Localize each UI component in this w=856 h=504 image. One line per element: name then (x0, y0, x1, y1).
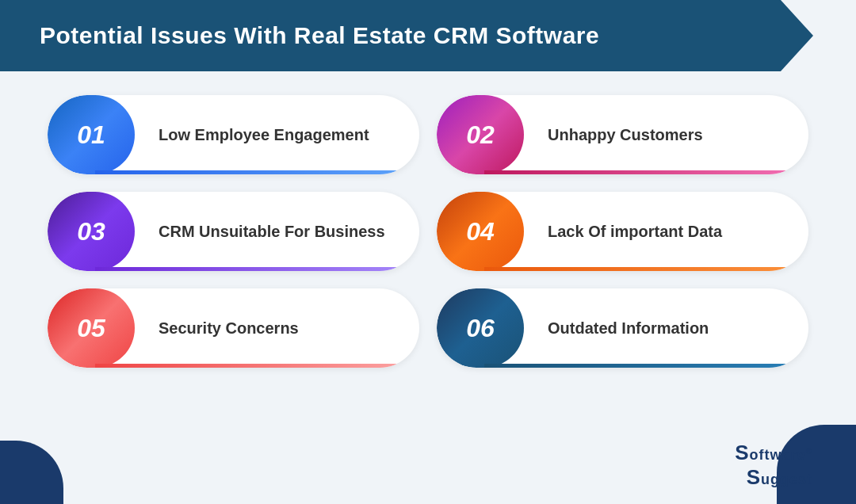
card-item-04: 04 Lack Of important Data (437, 192, 808, 271)
logo-line1: oftware (750, 447, 806, 463)
card-label-03: CRM Unsuitable For Business (135, 223, 419, 241)
logo-line2: uggest (761, 472, 812, 487)
card-number-box-04: 04 (437, 192, 524, 271)
card-item-01: 01 Low Employee Engagement (48, 95, 419, 174)
card-item-03: 03 CRM Unsuitable For Business (48, 192, 419, 271)
card-item-06: 06 Outdated Information (437, 288, 808, 368)
card-item-05: 05 Security Concerns (48, 288, 419, 368)
card-label-06: Outdated Information (524, 319, 808, 338)
logo-s2: S (747, 465, 761, 489)
card-number-04: 04 (466, 217, 495, 246)
page-title: Potential Issues With Real Estate CRM So… (40, 22, 599, 49)
logo-s: S (735, 441, 749, 464)
header-banner: Potential Issues With Real Estate CRM So… (0, 0, 813, 71)
card-number-box-03: 03 (48, 192, 135, 271)
card-number-box-02: 02 (437, 95, 524, 174)
card-label-04: Lack Of important Data (524, 223, 808, 241)
card-number-box-06: 06 (437, 288, 524, 368)
card-label-02: Unhappy Customers (524, 126, 808, 144)
card-number-02: 02 (466, 120, 495, 150)
logo-area: Software® Suggest (735, 441, 812, 490)
card-number-03: 03 (77, 217, 105, 246)
logo-text: Software® Suggest (735, 441, 812, 490)
corner-decoration-bl (0, 441, 63, 504)
card-label-05: Security Concerns (135, 319, 419, 338)
card-number-01: 01 (77, 120, 105, 150)
card-number-box-01: 01 (48, 95, 135, 174)
card-label-01: Low Employee Engagement (135, 126, 419, 144)
card-number-06: 06 (466, 314, 495, 343)
card-number-box-05: 05 (48, 288, 135, 368)
cards-grid: 01 Low Employee Engagement 02 Unhappy Cu… (0, 71, 856, 384)
logo-registered: ® (806, 447, 812, 456)
header-wrapper: Potential Issues With Real Estate CRM So… (0, 0, 856, 71)
card-item-02: 02 Unhappy Customers (437, 95, 808, 174)
card-number-05: 05 (77, 314, 105, 343)
